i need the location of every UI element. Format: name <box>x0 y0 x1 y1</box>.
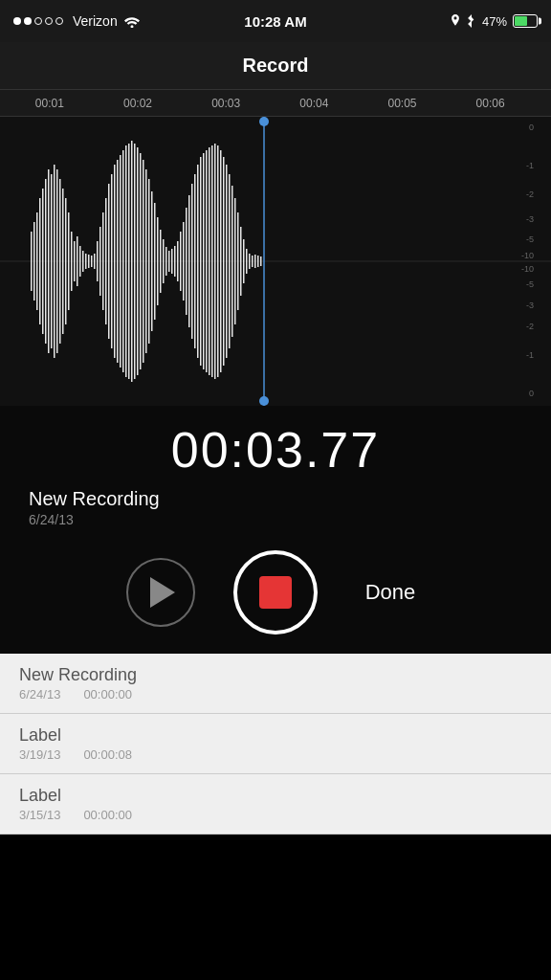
svg-rect-77 <box>246 249 248 261</box>
svg-rect-154 <box>234 261 236 324</box>
status-time: 10:28 AM <box>244 13 306 30</box>
play-button[interactable] <box>126 558 195 627</box>
svg-rect-121 <box>140 261 142 369</box>
signal-dot-2 <box>24 17 32 25</box>
svg-rect-34 <box>122 150 124 261</box>
svg-rect-83 <box>31 261 33 291</box>
svg-text:-2: -2 <box>526 189 534 199</box>
svg-rect-138 <box>188 261 190 327</box>
svg-rect-105 <box>94 261 96 269</box>
svg-rect-152 <box>229 261 231 348</box>
svg-text:-3: -3 <box>526 301 534 310</box>
svg-rect-119 <box>134 261 136 379</box>
svg-rect-62 <box>203 153 205 261</box>
svg-rect-125 <box>151 261 153 331</box>
svg-rect-20 <box>82 251 84 261</box>
svg-rect-39 <box>137 147 139 261</box>
svg-rect-35 <box>125 145 127 261</box>
svg-rect-71 <box>229 174 231 261</box>
signal-dot-1 <box>13 17 21 25</box>
svg-rect-37 <box>131 141 133 261</box>
svg-rect-6 <box>42 189 44 261</box>
list-item[interactable]: Label 3/15/13 00:00:00 <box>0 774 551 835</box>
svg-rect-67 <box>217 145 219 261</box>
svg-rect-73 <box>234 198 236 261</box>
svg-text:-5: -5 <box>526 234 534 244</box>
svg-rect-51 <box>171 249 173 261</box>
svg-rect-118 <box>131 261 133 382</box>
list-item-name: Label <box>19 725 532 746</box>
list-item-meta: 6/24/13 00:00:00 <box>19 687 532 702</box>
battery-percent: 47% <box>482 14 507 29</box>
svg-rect-115 <box>122 261 124 372</box>
stop-icon <box>259 576 292 609</box>
done-button[interactable]: Done <box>356 570 426 614</box>
svg-rect-140 <box>194 261 196 348</box>
svg-rect-124 <box>148 261 150 344</box>
svg-rect-68 <box>220 150 222 261</box>
svg-rect-54 <box>180 232 182 261</box>
svg-rect-111 <box>111 261 113 348</box>
signal-dots <box>13 17 63 25</box>
svg-rect-97 <box>71 261 73 291</box>
svg-text:-10: -10 <box>521 251 534 260</box>
svg-rect-88 <box>45 261 47 344</box>
svg-rect-146 <box>211 261 213 377</box>
svg-point-166 <box>259 396 269 406</box>
svg-rect-147 <box>214 261 216 379</box>
waveform-section[interactable]: 00:01 00:02 00:03 00:04 00:05 00:06 <box>0 90 551 406</box>
svg-rect-38 <box>134 144 136 261</box>
status-bar: Verizon 10:28 AM 47% <box>0 0 551 42</box>
svg-rect-81 <box>257 256 259 261</box>
svg-text:0: 0 <box>529 389 534 398</box>
svg-rect-19 <box>79 246 81 261</box>
svg-rect-43 <box>148 179 150 261</box>
list-item[interactable]: Label 3/19/13 00:00:08 <box>0 714 551 774</box>
time-tick-6: 00:06 <box>476 97 505 110</box>
svg-rect-65 <box>211 145 213 261</box>
list-item[interactable]: New Recording 6/24/13 00:00:00 <box>0 654 551 714</box>
svg-rect-96 <box>68 261 70 310</box>
page-title: Record <box>243 55 309 77</box>
svg-rect-32 <box>117 160 119 261</box>
svg-rect-145 <box>209 261 210 375</box>
waveform-svg: 0 -1 -2 -3 -5 -10 -10 -5 -3 -2 -1 0 <box>0 117 551 406</box>
svg-rect-151 <box>226 261 228 358</box>
svg-text:0: 0 <box>529 122 534 132</box>
svg-rect-153 <box>231 261 233 337</box>
svg-rect-122 <box>143 261 144 363</box>
wifi-icon <box>123 14 141 28</box>
recording-name: New Recording <box>29 488 532 510</box>
svg-rect-13 <box>62 189 64 261</box>
list-section: New Recording 6/24/13 00:00:00 Label 3/1… <box>0 654 551 835</box>
svg-rect-141 <box>197 261 199 358</box>
svg-rect-109 <box>105 261 107 324</box>
svg-rect-132 <box>171 261 173 274</box>
svg-rect-158 <box>246 261 248 274</box>
svg-rect-82 <box>260 256 262 261</box>
svg-rect-52 <box>174 246 176 261</box>
svg-rect-143 <box>203 261 205 369</box>
controls-section: 00:03.77 New Recording 6/24/13 Done <box>0 406 551 654</box>
svg-rect-8 <box>48 169 50 261</box>
svg-rect-21 <box>85 254 87 261</box>
svg-rect-40 <box>140 153 142 261</box>
svg-rect-26 <box>99 227 101 261</box>
svg-rect-4 <box>36 212 38 261</box>
record-stop-button[interactable] <box>233 550 318 635</box>
status-left: Verizon <box>13 13 141 29</box>
svg-rect-47 <box>160 230 162 261</box>
svg-rect-70 <box>226 165 228 261</box>
svg-text:-1: -1 <box>526 161 534 170</box>
svg-rect-87 <box>42 261 44 334</box>
bluetooth-icon <box>467 14 476 28</box>
svg-rect-137 <box>186 261 187 315</box>
signal-dot-4 <box>45 17 53 25</box>
svg-rect-78 <box>249 254 251 261</box>
svg-rect-72 <box>231 186 233 261</box>
svg-rect-149 <box>220 261 222 372</box>
svg-rect-136 <box>183 261 185 301</box>
svg-rect-120 <box>137 261 139 375</box>
svg-rect-80 <box>254 255 256 261</box>
battery-fill <box>515 16 527 26</box>
